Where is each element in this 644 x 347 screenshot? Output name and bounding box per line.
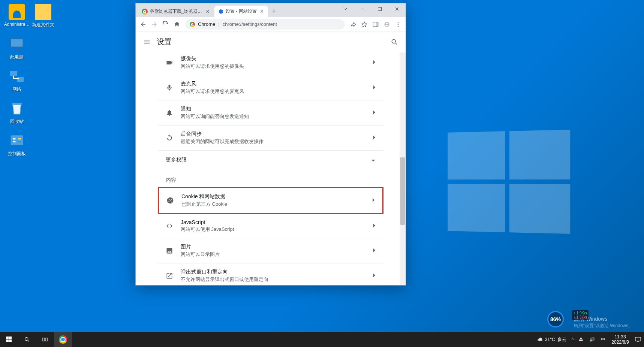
new-tab-button[interactable]: + [269, 6, 279, 17]
row-microphone[interactable]: 麦克风 网站可以请求使用您的麦克风 [158, 75, 383, 100]
row-notifications[interactable]: 通知 网站可以询问能否向您发送通知 [158, 100, 383, 125]
section-content-header: 内容 [158, 169, 383, 187]
svg-rect-5 [12, 103, 22, 105]
desktop-icon-administrator[interactable]: Administra… [4, 4, 30, 27]
windows-logo [448, 130, 570, 234]
bookmark-button[interactable] [359, 19, 370, 30]
drop-down-icon[interactable] [337, 3, 354, 15]
network-speed: ↑ 1.9K/s ↓ 1.5K/s [572, 310, 589, 320]
cookie-icon [166, 197, 174, 204]
tab-strip: 谷歌浏览器下载_浏览器官网入口 × 设置 - 网站设置 × + [136, 3, 337, 17]
icon-label: 回收站 [4, 118, 30, 125]
svg-rect-7 [13, 138, 15, 140]
code-icon [166, 222, 173, 230]
clock[interactable]: 11:33 2022/8/9 [608, 332, 632, 347]
chrome-favicon [142, 9, 148, 15]
chevron-right-icon [373, 247, 376, 254]
close-window-button[interactable] [388, 3, 406, 15]
icon-label: 新建文件夹 [30, 22, 56, 28]
svg-rect-21 [6, 337, 9, 339]
svg-rect-24 [9, 340, 12, 342]
taskbar-chrome[interactable] [54, 332, 72, 347]
task-view-button[interactable] [36, 332, 54, 347]
time: 11:33 [615, 334, 626, 340]
reload-button[interactable] [160, 19, 171, 30]
svg-rect-3 [10, 71, 17, 76]
desktop-icon-this-pc[interactable]: 此电脑 [4, 36, 30, 60]
row-title: 通知 [181, 106, 365, 112]
tab-settings[interactable]: 设置 - 网站设置 × [214, 6, 268, 17]
tray-overflow[interactable]: ^ [569, 332, 576, 347]
close-tab-icon[interactable]: × [205, 9, 211, 15]
desktop-icon-network[interactable]: 网络 [4, 68, 30, 93]
row-background-sync[interactable]: 后台同步 最近关闭的网站可以完成数据收发操作 [158, 125, 383, 150]
row-title: 图片 [181, 244, 365, 250]
network-monitor-badge[interactable]: 86% ↑ 1.9K/s ↓ 1.5K/s [547, 311, 566, 330]
svg-rect-28 [635, 337, 641, 341]
chrome-titlebar[interactable]: 谷歌浏览器下载_浏览器官网入口 × 设置 - 网站设置 × + [136, 3, 406, 17]
system-tray: ☁️ 31°C 多云 ^ 🖧 🔊 中 11:33 2022/8/9 [534, 332, 644, 347]
image-icon [166, 247, 173, 254]
desktop-icon-new-folder[interactable]: 新建文件夹 [30, 4, 56, 28]
row-images[interactable]: 图片 网站可以显示图片 [158, 238, 383, 263]
svg-point-20 [392, 39, 395, 43]
search-button[interactable] [18, 332, 36, 347]
action-center-button[interactable] [632, 332, 644, 347]
ime-indicator[interactable]: 中 [598, 332, 608, 347]
row-subtitle: 网站可以使用 JavaScript [181, 226, 365, 233]
back-button[interactable] [138, 19, 148, 30]
row-subtitle: 网站可以显示图片 [181, 251, 365, 258]
settings-title: 设置 [157, 37, 172, 47]
minimize-button[interactable] [354, 3, 371, 15]
side-panel-button[interactable] [370, 19, 381, 30]
tab-title: 设置 - 网站设置 [226, 8, 257, 15]
weather-icon: ☁️ [537, 337, 543, 342]
chevron-right-icon [373, 59, 376, 66]
row-title: 麦克风 [181, 81, 365, 87]
icon-label: 此电脑 [4, 54, 30, 60]
row-title: JavaScript [181, 219, 365, 225]
forward-button[interactable] [149, 19, 160, 30]
chrome-icon [190, 22, 195, 27]
url-bar[interactable]: Chrome | chrome://settings/content [185, 19, 345, 30]
bin-icon [9, 100, 25, 117]
row-javascript[interactable]: JavaScript 网站可以使用 JavaScript [158, 214, 383, 238]
tab-download-page[interactable]: 谷歌浏览器下载_浏览器官网入口 × [139, 6, 214, 17]
svg-rect-4 [17, 77, 24, 82]
menu-icon[interactable] [143, 38, 151, 46]
desktop-icon-control-panel[interactable]: 控制面板 [4, 133, 30, 157]
svg-rect-12 [378, 7, 382, 11]
home-button[interactable] [172, 19, 182, 30]
profile-button[interactable] [382, 19, 392, 30]
folder-icon [35, 4, 51, 20]
svg-rect-8 [13, 141, 15, 142]
vertical-scrollbar[interactable] [400, 52, 406, 285]
start-button[interactable] [0, 332, 18, 347]
desktop-icon-recycle-bin[interactable]: 回收站 [4, 100, 30, 125]
settings-favicon [217, 9, 223, 15]
maximize-button[interactable] [371, 3, 388, 15]
row-more-permissions[interactable]: 更多权限 [158, 150, 383, 169]
scrollbar-thumb[interactable] [400, 157, 405, 225]
svg-rect-2 [13, 49, 20, 50]
share-button[interactable] [348, 19, 358, 30]
row-cookies[interactable]: Cookie 和网站数据 已阻止第三方 Cookie [158, 187, 383, 214]
settings-content: 摄像头 网站可以请求使用您的摄像头 麦克风 网站可以请求使用您的麦克风 通知 网… [136, 52, 406, 285]
menu-button[interactable] [393, 19, 403, 30]
row-popups[interactable]: 弹出式窗口和重定向 不允许网站显示弹出式窗口或使用重定向 [158, 263, 383, 285]
row-subtitle: 已阻止第三方 Cookie [181, 201, 364, 208]
address-bar-row: Chrome | chrome://settings/content [136, 17, 406, 31]
row-title: 更多权限 [166, 157, 364, 163]
search-icon[interactable] [391, 38, 398, 46]
close-tab-icon[interactable]: × [259, 9, 265, 15]
svg-rect-26 [42, 338, 45, 341]
tray-sound-icon[interactable]: 🔊 [586, 332, 598, 347]
row-subtitle: 不允许网站显示弹出式窗口或使用重定向 [181, 276, 365, 283]
cpu-percent-indicator: 86% [547, 311, 564, 328]
row-subtitle: 网站可以询问能否向您发送通知 [181, 113, 365, 120]
svg-rect-6 [11, 135, 23, 145]
tray-network-icon[interactable]: 🖧 [576, 332, 586, 347]
chevron-right-icon [373, 223, 376, 229]
row-camera[interactable]: 摄像头 网站可以请求使用您的摄像头 [158, 52, 383, 75]
weather-widget[interactable]: ☁️ 31°C 多云 [534, 332, 569, 347]
